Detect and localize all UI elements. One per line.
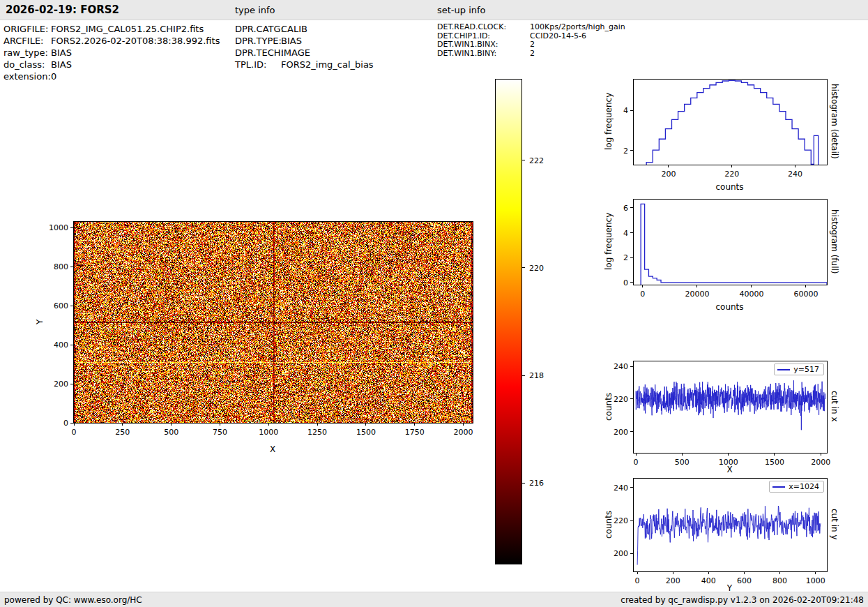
info-value: FORS2.2026-02-20T08:38:38.992.fits <box>51 36 220 46</box>
y-tick-label: 2 <box>623 146 628 155</box>
histogram-full-x-title: counts <box>633 302 826 312</box>
type-info-block: DPR.CATG:CALIB DPR.TYPE:BIAS DPR.TECH:IM… <box>235 23 374 70</box>
histogram-detail-plot: 20022024024 <box>633 79 828 165</box>
y-tick-mark <box>70 306 73 306</box>
cut-in-y-side-title: cut in y <box>828 478 839 571</box>
y-tick-mark <box>630 553 633 554</box>
x-tick-mark <box>317 423 318 426</box>
info-label: extension: <box>3 70 51 82</box>
ccd-x-axis-title: X <box>73 444 472 454</box>
x-tick-label: 250 <box>115 428 130 437</box>
cut-in-y-legend: x=1024 <box>769 481 824 493</box>
ccd-image-canvas <box>74 222 473 423</box>
x-tick-label: 220 <box>724 170 739 179</box>
info-value: 2 <box>530 40 535 49</box>
x-tick-mark <box>122 423 123 426</box>
x-tick-mark <box>220 423 220 426</box>
x-tick-mark <box>74 423 75 426</box>
ccd-y-axis-title: Y <box>35 221 46 422</box>
legend-label: x=1024 <box>789 482 819 491</box>
info-label: DPR.TECH: <box>235 47 281 59</box>
info-value: BIAS <box>281 36 302 46</box>
y-tick-label: 800 <box>54 262 68 271</box>
setup-info-block: DET.READ.CLOCK:100Kps/2ports/high_gain D… <box>437 23 625 58</box>
colorbar-tick-mark <box>521 160 525 160</box>
info-value: IMAGE <box>281 47 310 58</box>
y-tick-mark <box>630 487 633 488</box>
setup-info-heading: set-up info <box>437 5 486 15</box>
x-tick-mark <box>779 571 780 574</box>
legend-line-sample <box>772 486 785 488</box>
y-tick-mark <box>630 431 633 432</box>
legend-line-sample <box>777 369 790 370</box>
y-tick-label: 240 <box>614 483 628 492</box>
y-tick-mark <box>70 345 73 345</box>
y-tick-label: 600 <box>54 301 68 310</box>
y-tick-mark <box>630 257 633 258</box>
info-row: extension:0 <box>3 70 220 82</box>
colorbar-tick-label: 218 <box>529 371 544 380</box>
info-value: BIAS <box>51 47 72 58</box>
y-tick-label: 4 <box>623 228 628 237</box>
y-tick-label: 200 <box>54 380 68 389</box>
ccd-image-plot: 0250500750100012501500175020000200400600… <box>73 221 473 424</box>
x-tick-mark <box>751 285 752 287</box>
y-tick-mark <box>630 232 633 233</box>
info-value: 2 <box>530 49 535 58</box>
x-tick-mark <box>728 453 729 456</box>
y-tick-mark <box>630 520 633 521</box>
info-value: FORS2_IMG_CAL051.25.CHIP2.fits <box>51 24 204 34</box>
info-label: DPR.CATG: <box>235 23 281 35</box>
x-tick-mark <box>673 571 673 574</box>
y-tick-mark <box>630 366 633 367</box>
histogram-full-canvas <box>634 200 827 285</box>
x-tick-label: 2000 <box>454 428 473 437</box>
x-tick-label: 20000 <box>685 290 709 299</box>
file-info-block: ORIGFILE:FORS2_IMG_CAL051.25.CHIP2.fits … <box>3 23 220 82</box>
x-tick-mark <box>668 165 669 167</box>
type-info-heading: type info <box>235 5 275 15</box>
legend-label: y=517 <box>793 365 819 374</box>
colorbar: 216218220222 <box>495 79 522 564</box>
x-tick-mark <box>682 453 683 456</box>
info-label: ARCFILE: <box>3 35 51 47</box>
colorbar-tick-label: 216 <box>529 479 544 488</box>
x-tick-label: 40000 <box>739 290 763 299</box>
y-tick-mark <box>70 384 73 384</box>
cut-in-y-plot: x=1024 02004006008001000200220240 <box>633 478 828 572</box>
y-tick-label: 220 <box>614 394 628 403</box>
info-value: CCID20-14-5-6 <box>530 31 586 40</box>
cut-in-x-side-title: cut in x <box>828 361 839 452</box>
x-tick-mark <box>731 165 732 167</box>
y-tick-label: 2 <box>623 253 628 262</box>
info-value: FORS2_img_cal_bias <box>281 59 374 70</box>
x-tick-mark <box>696 285 697 287</box>
info-value: 0 <box>51 71 56 82</box>
x-tick-mark <box>795 165 795 167</box>
info-row: DPR.TECH:IMAGE <box>235 47 374 59</box>
x-tick-label: 1000 <box>259 428 278 437</box>
info-label: TPL.ID: <box>235 59 281 70</box>
x-tick-mark <box>774 453 775 456</box>
histogram-full-plot: 02000040000600000246 <box>633 199 828 285</box>
x-tick-mark <box>642 285 643 287</box>
y-tick-mark <box>70 227 73 228</box>
x-tick-label: 60000 <box>793 290 818 299</box>
y-tick-label: 240 <box>614 362 628 371</box>
y-tick-label: 0 <box>63 419 68 428</box>
y-tick-mark <box>630 207 633 208</box>
x-tick-mark <box>708 571 709 574</box>
x-tick-mark <box>636 453 637 456</box>
info-row: DPR.CATG:CALIB <box>235 23 374 35</box>
cut-in-x-y-title: counts <box>604 361 615 452</box>
x-tick-mark <box>805 285 806 287</box>
info-row: raw_type:BIAS <box>3 47 220 59</box>
x-tick-mark <box>414 423 415 426</box>
info-row: ORIGFILE:FORS2_IMG_CAL051.25.CHIP2.fits <box>3 23 220 35</box>
info-label: DET.WIN1.BINY: <box>437 50 530 59</box>
y-tick-label: 0 <box>623 278 628 287</box>
cut-in-x-legend: y=517 <box>774 364 824 375</box>
y-tick-label: 220 <box>614 516 628 525</box>
histogram-full-y-title: log frequency <box>604 199 615 284</box>
x-tick-label: 200 <box>661 170 676 179</box>
